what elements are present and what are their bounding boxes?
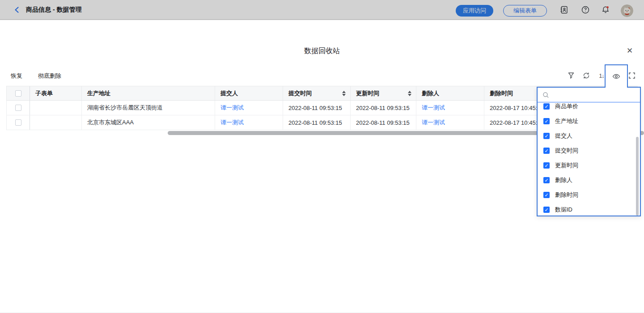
row-submitter-cell: 谭一测试 bbox=[215, 101, 283, 115]
fullscreen-icon bbox=[628, 72, 636, 79]
header-submit-time-label: 提交时间 bbox=[288, 89, 312, 97]
panel-scrollbar[interactable] bbox=[636, 137, 639, 216]
help-icon[interactable] bbox=[581, 5, 590, 14]
edit-form-button[interactable]: 编辑表单 bbox=[503, 5, 547, 17]
checked-checkbox[interactable] bbox=[543, 192, 550, 198]
checked-checkbox[interactable] bbox=[543, 118, 550, 124]
row-address-cell: 北京市东城区AAA bbox=[82, 115, 215, 130]
search-icon bbox=[542, 92, 549, 98]
column-visibility-button[interactable] bbox=[605, 64, 628, 88]
purge-button[interactable]: 彻底删除 bbox=[38, 72, 61, 80]
column-option-label: 删除时间 bbox=[555, 191, 578, 199]
row-deleter-cell: 谭一测试 bbox=[416, 101, 484, 115]
top-navbar: 商品信息 - 数据管理 应用访问 编辑表单 bbox=[0, 0, 644, 20]
select-all-checkbox[interactable] bbox=[15, 90, 21, 97]
screen: 商品信息 - 数据管理 应用访问 编辑表单 数据回收站 ✕ 恢复 彻底删除 bbox=[0, 0, 644, 313]
column-option[interactable]: 生产地址 bbox=[538, 114, 640, 128]
submitter-link[interactable]: 谭一测试 bbox=[220, 118, 244, 127]
close-icon[interactable]: ✕ bbox=[625, 47, 634, 55]
header-update-time-label: 更新时间 bbox=[356, 89, 379, 97]
column-option-label: 商品单价 bbox=[555, 103, 578, 110]
row-subform-cell bbox=[30, 101, 82, 115]
header-submitter: 提交人 bbox=[215, 86, 283, 100]
header-address: 生产地址 bbox=[82, 86, 215, 100]
address-book-glyph bbox=[559, 5, 568, 14]
column-option[interactable]: 更新时间 bbox=[538, 158, 640, 173]
app-access-button[interactable]: 应用访问 bbox=[456, 5, 493, 17]
row-select-cell bbox=[7, 101, 30, 115]
sort-desc-icon bbox=[408, 94, 411, 96]
bell-glyph bbox=[601, 5, 610, 14]
sort-submit-time-button[interactable] bbox=[342, 91, 346, 96]
row-submit-time-cell: 2022-08-11 09:53:15 bbox=[283, 115, 351, 130]
column-option-label: 提交时间 bbox=[555, 147, 578, 155]
column-option-label: 提交人 bbox=[555, 132, 572, 140]
deleter-link[interactable]: 谭一测试 bbox=[422, 104, 445, 112]
column-option[interactable]: 提交人 bbox=[538, 128, 640, 143]
column-option-label: 数据ID bbox=[555, 206, 572, 214]
column-option[interactable]: 提交时间 bbox=[538, 143, 640, 158]
column-option-label: 生产地址 bbox=[555, 117, 578, 125]
row-update-time-cell: 2022-08-11 09:53:15 bbox=[351, 101, 416, 115]
back-button[interactable] bbox=[13, 6, 21, 13]
header-update-time: 更新时间 bbox=[351, 86, 416, 100]
help-glyph bbox=[581, 5, 590, 14]
fullscreen-button[interactable] bbox=[628, 72, 636, 80]
column-option-label: 更新时间 bbox=[555, 161, 578, 169]
header-subform: 子表单 bbox=[30, 86, 82, 100]
row-subform-cell bbox=[30, 115, 82, 130]
recycle-bin-modal: 数据回收站 ✕ 恢复 彻底删除 1↓ 子表单 生产地址 bbox=[0, 20, 644, 313]
header-select-all-cell bbox=[7, 86, 30, 100]
checked-checkbox[interactable] bbox=[543, 148, 550, 154]
refresh-icon bbox=[583, 72, 590, 79]
restore-button[interactable]: 恢复 bbox=[11, 72, 22, 80]
sort-icon: 1↓ bbox=[599, 72, 604, 79]
user-avatar[interactable] bbox=[621, 4, 633, 17]
checked-checkbox[interactable] bbox=[543, 207, 550, 213]
row-submit-time-cell: 2022-08-11 09:53:15 bbox=[283, 101, 351, 115]
panel-search-bar bbox=[538, 88, 640, 102]
sort-update-time-button[interactable] bbox=[408, 91, 411, 96]
sort-asc-icon bbox=[342, 91, 346, 93]
header-submit-time: 提交时间 bbox=[283, 86, 351, 100]
refresh-button[interactable] bbox=[582, 72, 590, 80]
checked-checkbox[interactable] bbox=[543, 162, 550, 169]
funnel-icon bbox=[568, 72, 575, 79]
modal-title: 数据回收站 bbox=[0, 47, 644, 56]
sort-asc-icon bbox=[408, 91, 411, 93]
column-search-input[interactable] bbox=[553, 88, 640, 102]
column-checklist: 商品单价 生产地址 提交人 提交时间 更新时间 删除人 删除时间 数据ID bbox=[538, 103, 640, 216]
avatar-image bbox=[621, 4, 633, 17]
sort-desc-icon bbox=[342, 94, 346, 96]
row-update-time-cell: 2022-08-11 09:53:15 bbox=[351, 115, 416, 130]
chevron-left-icon bbox=[13, 6, 21, 13]
column-option[interactable]: 数据ID bbox=[538, 202, 640, 216]
row-checkbox[interactable] bbox=[15, 105, 21, 111]
checked-checkbox[interactable] bbox=[543, 177, 550, 183]
eye-icon bbox=[612, 72, 620, 80]
checked-checkbox[interactable] bbox=[543, 103, 550, 110]
submitter-link[interactable]: 谭一测试 bbox=[220, 104, 244, 112]
address-book-icon[interactable] bbox=[559, 5, 568, 14]
checked-checkbox[interactable] bbox=[543, 133, 550, 139]
column-option[interactable]: 删除时间 bbox=[538, 187, 640, 202]
column-visibility-panel: 商品单价 生产地址 提交人 提交时间 更新时间 删除人 删除时间 数据ID bbox=[537, 87, 641, 216]
column-option[interactable]: 商品单价 bbox=[538, 103, 640, 114]
column-option[interactable]: 删除人 bbox=[538, 173, 640, 187]
page-title: 商品信息 - 数据管理 bbox=[26, 6, 81, 14]
filter-button[interactable] bbox=[567, 72, 575, 80]
row-checkbox[interactable] bbox=[15, 119, 21, 126]
deleter-link[interactable]: 谭一测试 bbox=[422, 118, 445, 127]
modal-toolbar: 恢复 彻底删除 bbox=[11, 72, 61, 80]
row-select-cell bbox=[7, 115, 30, 130]
header-deleter: 删除人 bbox=[416, 86, 484, 100]
notification-bell-icon[interactable] bbox=[601, 5, 610, 14]
column-option-label: 删除人 bbox=[555, 176, 572, 184]
row-submitter-cell: 谭一测试 bbox=[215, 115, 283, 130]
row-deleter-cell: 谭一测试 bbox=[416, 115, 484, 130]
row-address-cell: 湖南省长沙市岳麓区天顶街道 bbox=[82, 101, 215, 115]
